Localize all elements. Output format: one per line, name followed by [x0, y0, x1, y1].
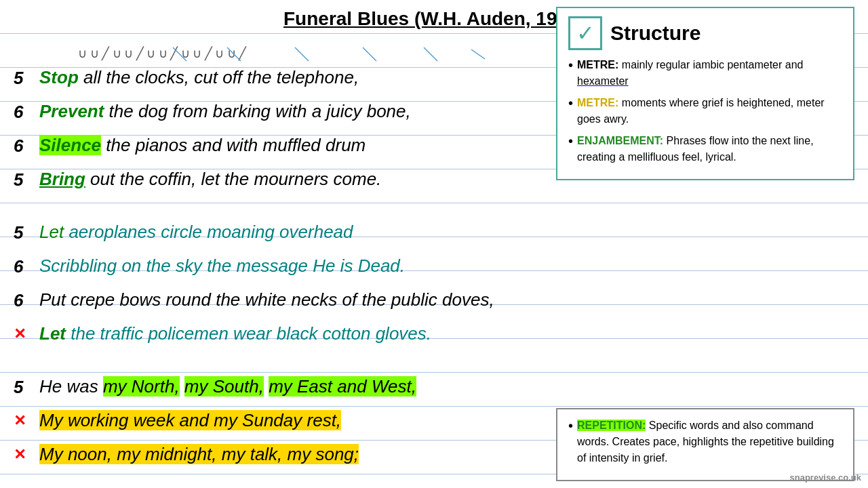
structure-item-2: • METRE: moments where grief is heighten…: [568, 95, 842, 127]
line-text-4: Bring out the coffin, let the mourners c…: [39, 168, 381, 191]
structure-item-3: • ENJAMBEMENT: Phrases flow into the nex…: [568, 133, 842, 165]
poem-line-7: 6 Put crepe bows round the white necks o…: [14, 283, 542, 317]
structure-box: ✓ Structure • METRE: mainly regular iamb…: [556, 7, 854, 180]
cross-symbol-2: ✕: [14, 412, 39, 430]
poem-line-8: ✕ Let the traffic policemen wear black c…: [14, 317, 542, 351]
repetition-item-1: • REPETITION: Specific words and also co…: [568, 418, 842, 466]
syllable-count-2: 6: [14, 102, 39, 123]
structure-header: ✓ Structure: [568, 16, 842, 50]
poem-line-10: ✕ My working week and my Sunday rest,: [14, 404, 542, 438]
syllable-count-6: 6: [14, 256, 39, 277]
poem-line-4: 5 Bring out the coffin, let the mourners…: [14, 163, 542, 197]
line-text-9: He was my North, my South, my East and W…: [39, 375, 416, 399]
page-background: Funeral Blues (W.H. Auden, 1938) ∪ ∪ ╱ ∪…: [0, 0, 868, 488]
check-box: ✓: [568, 16, 602, 50]
poem-line-3: 6 Silence the pianos and with muffled dr…: [14, 129, 542, 163]
syllable-count-7: 6: [14, 290, 39, 311]
poem-line-9: 5 He was my North, my South, my East and…: [14, 370, 542, 404]
structure-body: • METRE: mainly regular iambic pentamete…: [568, 57, 842, 165]
structure-title: Structure: [610, 22, 701, 45]
poem-section: 5 Stop all the clocks, cut off the telep…: [0, 41, 542, 472]
poem-line-1: 5 Stop all the clocks, cut off the telep…: [14, 61, 542, 95]
line-text-3: Silence the pianos and with muffled drum: [39, 134, 366, 157]
poem-line-6: 6 Scribbling on the sky the message He i…: [14, 249, 542, 283]
syllable-count-9: 5: [14, 377, 39, 398]
line-text-5: Let aeroplanes circle moaning overhead: [39, 221, 353, 244]
line-text-10: My working week and my Sunday rest,: [39, 409, 341, 432]
cross-symbol-3: ✕: [14, 446, 39, 464]
syllable-count-5: 5: [14, 222, 39, 243]
line-text-6: Scribbling on the sky the message He is …: [39, 255, 405, 278]
line-text-1: Stop all the clocks, cut off the telepho…: [39, 66, 359, 89]
repetition-box: • REPETITION: Specific words and also co…: [556, 408, 854, 481]
watermark: snaprevise.co.uk: [790, 472, 862, 483]
line-text-7: Put crepe bows round the white necks of …: [39, 289, 494, 312]
syllable-count-3: 6: [14, 136, 39, 157]
cross-symbol-1: ✕: [14, 325, 39, 343]
syllable-count-4: 5: [14, 169, 39, 190]
poem-line-2: 6 Prevent the dog from barking with a ju…: [14, 95, 542, 129]
structure-item-1: • METRE: mainly regular iambic pentamete…: [568, 57, 842, 89]
poem-line-5: 5 Let aeroplanes circle moaning overhead: [14, 216, 542, 249]
poem-line-11: ✕ My noon, my midnight, my talk, my song…: [14, 438, 542, 472]
line-text-2: Prevent the dog from barking with a juic…: [39, 100, 411, 123]
syllable-count-1: 5: [14, 68, 39, 89]
line-text-11: My noon, my midnight, my talk, my song;: [39, 443, 359, 466]
check-mark-icon: ✓: [576, 20, 595, 46]
line-text-8: Let the traffic policemen wear black cot…: [39, 323, 431, 346]
